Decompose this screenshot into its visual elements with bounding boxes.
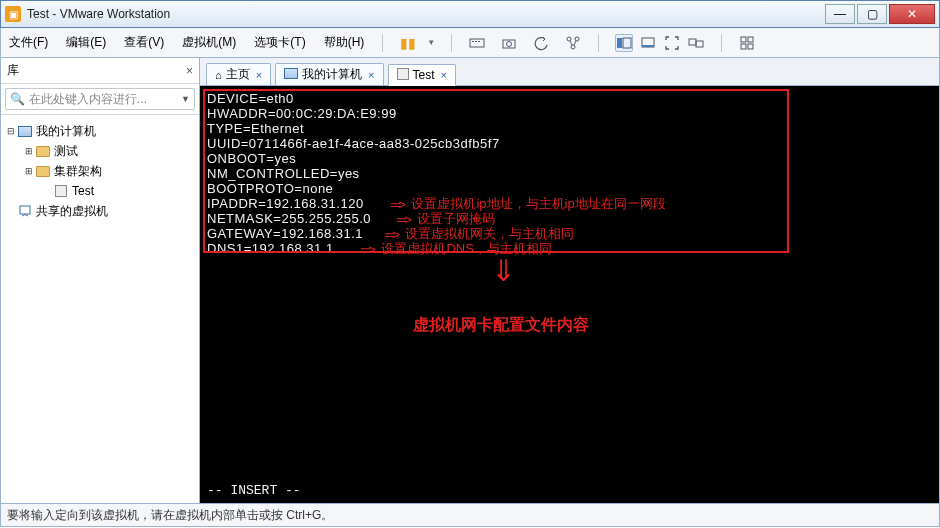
term-line: BOOTPROTO=none (207, 181, 932, 196)
tree-folder-test[interactable]: ⊞ 测试 (5, 141, 195, 161)
tree-label: 共享的虚拟机 (36, 203, 108, 220)
search-dropdown-icon[interactable]: ▼ (181, 94, 190, 104)
vim-mode: -- INSERT -- (207, 483, 301, 498)
view-mode-group (615, 34, 705, 52)
thumbnail-button[interactable] (738, 34, 756, 52)
tab-label: Test (413, 68, 435, 82)
svg-point-8 (571, 45, 575, 49)
menu-help[interactable]: 帮助(H) (322, 32, 367, 53)
pause-button[interactable]: ▮▮ (399, 34, 417, 52)
tree-label: 我的计算机 (36, 123, 96, 140)
svg-rect-17 (741, 44, 746, 49)
term-line: UUID=0711466f-ae1f-4ace-aa83-025cb3dfb5f… (207, 136, 932, 151)
app-icon: ▣ (5, 6, 21, 22)
svg-rect-13 (689, 39, 696, 45)
multimon-icon (688, 35, 704, 51)
multimon-button[interactable] (687, 34, 705, 52)
tree-label: 测试 (54, 143, 78, 160)
svg-rect-14 (696, 41, 703, 47)
svg-rect-0 (470, 39, 484, 47)
tab-test[interactable]: Test × (388, 64, 456, 86)
search-input[interactable]: 🔍 在此处键入内容进行... ▼ (5, 88, 195, 110)
tab-close-icon[interactable]: × (256, 69, 262, 81)
minimize-button[interactable]: — (825, 4, 855, 24)
main-area: ⌂ 主页 × 我的计算机 × Test × DEVICE=eth0 HWADDR… (200, 58, 940, 504)
tree-root-mycomputer[interactable]: ⊟ 我的计算机 (5, 121, 195, 141)
vm-icon (53, 185, 69, 197)
tab-home[interactable]: ⌂ 主页 × (206, 63, 271, 85)
expand-icon[interactable]: ⊞ (23, 146, 35, 156)
arrow-icon: ═> (361, 242, 374, 257)
revert-snapshot-button[interactable] (532, 34, 550, 52)
tree-shared-vms[interactable]: 共享的虚拟机 (5, 201, 195, 221)
folder-icon (35, 146, 51, 157)
search-icon: 🔍 (10, 92, 25, 106)
annotation-caption: 虚拟机网卡配置文件内容 (413, 315, 589, 336)
menu-bar: 文件(F) 编辑(E) 查看(V) 虚拟机(M) 选项卡(T) 帮助(H) ▮▮… (0, 28, 940, 58)
search-placeholder: 在此处键入内容进行... (29, 91, 147, 108)
unity-button[interactable] (639, 34, 657, 52)
term-line: ONBOOT=yes (207, 151, 932, 166)
pause-dropdown[interactable]: ▼ (427, 38, 435, 47)
divider (598, 34, 599, 52)
library-panel: 库 × 🔍 在此处键入内容进行... ▼ ⊟ 我的计算机 ⊞ 测试 ⊞ (0, 58, 200, 504)
revert-icon (533, 35, 549, 51)
divider (451, 34, 452, 52)
svg-rect-10 (623, 38, 631, 48)
screen-icon (640, 35, 656, 51)
camera-icon (501, 35, 517, 51)
menu-view[interactable]: 查看(V) (122, 32, 166, 53)
svg-rect-3 (478, 41, 480, 42)
library-label: 库 (7, 62, 186, 79)
svg-rect-19 (20, 206, 30, 214)
tab-mycomputer[interactable]: 我的计算机 × (275, 63, 383, 85)
svg-point-5 (507, 41, 512, 46)
menu-file[interactable]: 文件(F) (7, 32, 50, 53)
shared-vm-icon (17, 204, 33, 218)
tab-bar: ⌂ 主页 × 我的计算机 × Test × (200, 58, 939, 86)
svg-rect-15 (741, 37, 746, 42)
fullscreen-icon (664, 35, 680, 51)
down-arrow-icon: ⇓ (491, 259, 516, 283)
menu-vm[interactable]: 虚拟机(M) (180, 32, 238, 53)
title-bar: ▣ Test - VMware Workstation — ▢ ✕ (0, 0, 940, 28)
fullscreen-button[interactable] (663, 34, 681, 52)
tree-label: 集群架构 (54, 163, 102, 180)
tab-label: 主页 (226, 66, 250, 83)
term-line: NETMASK=255.255.255.0 (207, 211, 932, 226)
svg-rect-1 (472, 41, 474, 42)
maximize-button[interactable]: ▢ (857, 4, 887, 24)
console-view-button[interactable] (615, 34, 633, 52)
library-header: 库 × (1, 58, 199, 84)
close-button[interactable]: ✕ (889, 4, 935, 24)
snapshot-button[interactable] (500, 34, 518, 52)
collapse-icon[interactable]: ⊟ (5, 126, 17, 136)
library-close-button[interactable]: × (186, 64, 193, 78)
tab-label: 我的计算机 (302, 66, 362, 83)
status-bar: 要将输入定向到该虚拟机，请在虚拟机内部单击或按 Ctrl+G。 (0, 504, 940, 527)
console-icon (616, 35, 632, 51)
pause-icon: ▮▮ (400, 35, 416, 51)
expand-icon[interactable]: ⊞ (23, 166, 35, 176)
tab-close-icon[interactable]: × (368, 69, 374, 81)
send-ctrl-alt-del-button[interactable] (468, 34, 486, 52)
monitor-icon (17, 126, 33, 137)
tree-folder-cluster[interactable]: ⊞ 集群架构 (5, 161, 195, 181)
svg-rect-2 (475, 41, 477, 42)
menu-tabs[interactable]: 选项卡(T) (252, 32, 307, 53)
svg-point-7 (575, 37, 579, 41)
term-line: TYPE=Ethernet (207, 121, 932, 136)
library-tree: ⊟ 我的计算机 ⊞ 测试 ⊞ 集群架构 Test (1, 115, 199, 503)
window-controls: — ▢ ✕ (825, 4, 935, 24)
tree-vm-test[interactable]: Test (5, 181, 195, 201)
svg-rect-9 (617, 38, 622, 48)
terminal-view[interactable]: DEVICE=eth0 HWADDR=00:0C:29:DA:E9:99 TYP… (200, 86, 939, 503)
term-line: NM_CONTROLLED=yes (207, 166, 932, 181)
keyboard-icon (469, 35, 485, 51)
menu-edit[interactable]: 编辑(E) (64, 32, 108, 53)
svg-rect-18 (748, 44, 753, 49)
folder-icon (35, 166, 51, 177)
snapshot-manager-button[interactable] (564, 34, 582, 52)
divider (382, 34, 383, 52)
tab-close-icon[interactable]: × (441, 69, 447, 81)
